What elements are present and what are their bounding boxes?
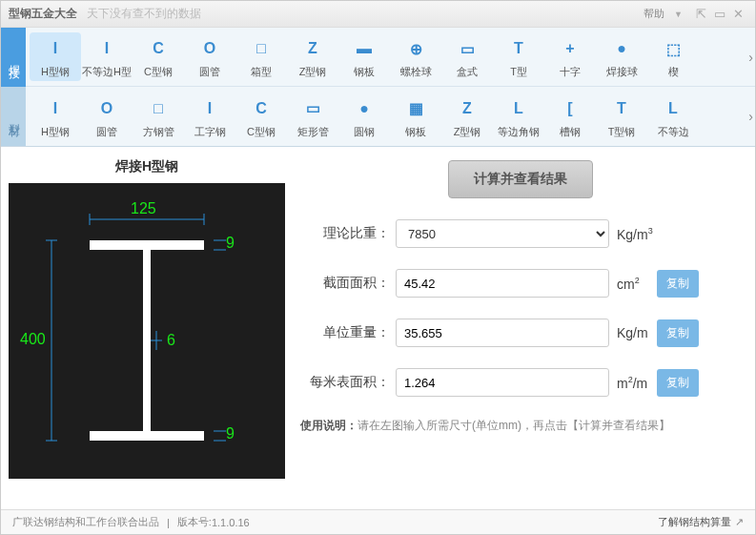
copy-weight-button[interactable]: 复制 bbox=[657, 319, 699, 347]
density-unit: Kg/m3 bbox=[609, 226, 657, 242]
minimize-icon[interactable]: ▭ bbox=[714, 7, 725, 21]
toolbar-label: 等边角钢 bbox=[498, 125, 540, 139]
help-menu[interactable]: 帮助 bbox=[644, 7, 664, 21]
toolbar-item[interactable]: ▬钢板 bbox=[338, 32, 390, 81]
toolbar-label: 圆管 bbox=[96, 125, 117, 139]
toolbar-item[interactable]: ●圆钢 bbox=[338, 93, 390, 141]
toolbar-item[interactable]: O圆管 bbox=[81, 93, 133, 141]
shape-icon: □ bbox=[247, 34, 276, 63]
side-tab-welding[interactable]: 焊接 bbox=[1, 28, 26, 87]
area-input[interactable] bbox=[396, 269, 609, 298]
close-icon[interactable]: ✕ bbox=[733, 7, 744, 21]
toolbar-item[interactable]: TT型 bbox=[493, 32, 544, 81]
calculate-button[interactable]: 计算并查看结果 bbox=[448, 160, 593, 198]
toolbar-label: 工字钢 bbox=[194, 125, 226, 139]
toolbar-item[interactable]: TT型钢 bbox=[596, 93, 647, 141]
shape-icon: I bbox=[41, 34, 70, 63]
toolbar-item[interactable]: ⊕螺栓球 bbox=[390, 32, 441, 81]
toolbar-item[interactable]: ▦钢板 bbox=[390, 93, 441, 141]
shape-icon: I bbox=[195, 94, 224, 123]
toolbar-item[interactable]: ▭矩形管 bbox=[287, 93, 338, 141]
shape-icon: T bbox=[607, 94, 636, 123]
weight-input[interactable] bbox=[396, 319, 609, 347]
shape-icon: I bbox=[41, 94, 70, 123]
shape-icon: + bbox=[556, 34, 584, 63]
toolbar-label: 不等边 bbox=[658, 125, 689, 139]
toolbar-label: C型钢 bbox=[144, 65, 173, 79]
toolbar-label: 矩形管 bbox=[297, 125, 329, 139]
toolbar-label: 焊接球 bbox=[606, 65, 638, 79]
toolbar-label: H型钢 bbox=[41, 125, 70, 139]
toolbar-item[interactable]: O圆管 bbox=[184, 32, 235, 81]
h-beam-diagram[interactable]: 125 400 6 9 9 bbox=[9, 183, 285, 479]
dim-width[interactable]: 125 bbox=[131, 200, 156, 217]
shape-icon: L bbox=[504, 94, 533, 123]
toolbar-item[interactable]: I工字钢 bbox=[184, 93, 235, 141]
shape-icon: C bbox=[144, 34, 173, 63]
footer-credit: 广联达钢结构和工作台联合出品 bbox=[12, 515, 159, 529]
shape-icon: Z bbox=[298, 34, 327, 63]
external-icon[interactable]: ↗ bbox=[735, 516, 744, 528]
diagram-pane: 焊接H型钢 125 400 6 9 bbox=[1, 147, 293, 508]
toolbar-item[interactable]: +十字 bbox=[544, 32, 596, 81]
toolbar-row-2: IH型钢O圆管□方钢管I工字钢CC型钢▭矩形管●圆钢▦钢板ZZ型钢L等边角钢[槽… bbox=[26, 87, 755, 146]
toolbar-item[interactable]: □箱型 bbox=[235, 32, 287, 81]
copy-area-button[interactable]: 复制 bbox=[657, 270, 699, 298]
svg-rect-0 bbox=[90, 240, 204, 250]
dim-web[interactable]: 6 bbox=[167, 332, 175, 349]
dim-flange-top[interactable]: 9 bbox=[226, 235, 235, 252]
toolbar-label: 方钢管 bbox=[143, 125, 174, 139]
toolbar-label: 圆钢 bbox=[354, 125, 375, 139]
toolbar-item[interactable]: L不等边 bbox=[647, 93, 699, 141]
pin-icon[interactable]: ⇱ bbox=[696, 7, 706, 21]
dim-height[interactable]: 400 bbox=[20, 331, 46, 348]
titlebar: 型钢五金大全 天下没有查不到的数据 帮助 ▼ ⇱ ▭ ✕ bbox=[1, 1, 755, 28]
shape-icon: ● bbox=[607, 34, 636, 63]
app-title: 型钢五金大全 bbox=[9, 6, 77, 22]
area-label: 截面面积： bbox=[300, 275, 396, 292]
weight-label: 单位重量： bbox=[300, 324, 396, 341]
shape-icon: I bbox=[92, 34, 121, 63]
footer-link[interactable]: 了解钢结构算量 bbox=[658, 515, 731, 529]
toolbar-item[interactable]: L等边角钢 bbox=[493, 93, 544, 141]
results-pane: 计算并查看结果 理论比重： 7850 Kg/m3 截面面积： cm2 复制 单位… bbox=[293, 147, 755, 508]
shape-icon: O bbox=[195, 34, 224, 63]
toolbar-item[interactable]: CC型钢 bbox=[235, 93, 287, 141]
toolbar-item[interactable]: □方钢管 bbox=[133, 93, 184, 141]
copy-surface-button[interactable]: 复制 bbox=[657, 369, 699, 397]
shape-icon: ▦ bbox=[401, 94, 430, 123]
toolbar-item[interactable]: ZZ型钢 bbox=[441, 93, 493, 141]
toolbar-item[interactable]: I不等边H型 bbox=[81, 32, 133, 81]
area-unit: cm2 bbox=[609, 276, 657, 292]
scroll-right-icon[interactable]: › bbox=[748, 50, 753, 65]
shape-icon: L bbox=[659, 94, 687, 123]
toolbar-item[interactable]: [槽钢 bbox=[544, 93, 596, 141]
toolbar-label: Z型钢 bbox=[454, 125, 481, 139]
toolbar-item[interactable]: ZZ型钢 bbox=[287, 32, 338, 81]
toolbar-label: 螺栓球 bbox=[400, 65, 432, 79]
toolbar-item[interactable]: CC型钢 bbox=[133, 32, 184, 81]
toolbar-item[interactable]: IH型钢 bbox=[30, 93, 81, 141]
side-tab-profile[interactable]: 型材 bbox=[1, 87, 26, 146]
svg-rect-2 bbox=[143, 250, 151, 431]
section-title: 焊接H型钢 bbox=[115, 158, 178, 175]
toolbar-item[interactable]: ●焊接球 bbox=[596, 32, 647, 81]
toolbar-label: T型 bbox=[510, 65, 527, 79]
toolbar-item[interactable]: ⬚楔 bbox=[647, 32, 699, 81]
weight-unit: Kg/m bbox=[609, 325, 657, 340]
dim-flange-bot[interactable]: 9 bbox=[226, 425, 235, 442]
shape-icon: [ bbox=[556, 94, 584, 123]
toolbar-label: C型钢 bbox=[247, 125, 276, 139]
density-select[interactable]: 7850 bbox=[396, 219, 609, 248]
toolbar-item[interactable]: IH型钢 bbox=[30, 32, 81, 81]
scroll-right-icon[interactable]: › bbox=[748, 109, 753, 124]
surface-input[interactable] bbox=[396, 368, 609, 397]
shape-icon: ⊕ bbox=[401, 34, 430, 63]
shape-icon: ⬚ bbox=[659, 34, 687, 63]
status-bar: 广联达钢结构和工作台联合出品 | 版本号: 1.1.0.16 了解钢结构算量 ↗ bbox=[1, 509, 755, 534]
toolbar-item[interactable]: ▭盒式 bbox=[441, 32, 493, 81]
toolbar-label: Z型钢 bbox=[299, 65, 327, 79]
toolbar-label: 不等边H型 bbox=[82, 65, 132, 79]
help-dropdown-icon[interactable]: ▼ bbox=[674, 10, 683, 19]
surface-label: 每米表面积： bbox=[300, 374, 396, 391]
